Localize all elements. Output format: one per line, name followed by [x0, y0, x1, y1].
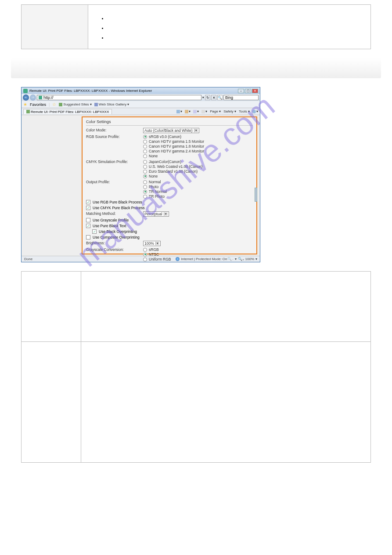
chevron-down-icon: ▾ — [194, 129, 198, 132]
back-button[interactable]: ← — [23, 94, 29, 101]
chk-pure-black-text-row: Use Pure Black Text — [86, 224, 253, 228]
home-button[interactable]: ▾ — [176, 109, 182, 113]
radio-rgb-srgb[interactable] — [143, 135, 147, 139]
section-divider-bar — [11, 58, 381, 78]
chevron-down-icon: ▾ — [164, 212, 168, 216]
refresh-button[interactable]: ↻ — [205, 95, 210, 100]
chk-rgb-pure-black[interactable] — [86, 200, 90, 204]
page-menu[interactable]: Page ▾ — [210, 109, 221, 113]
forward-button[interactable]: → — [30, 94, 36, 101]
color-mode-label: Color Mode: — [86, 128, 143, 133]
tab-favicon — [26, 110, 30, 113]
radio-rgb-none[interactable] — [143, 154, 147, 158]
brightness-dropdown[interactable]: 100%▾ — [143, 241, 161, 246]
radio-out-trphoto[interactable] — [143, 195, 147, 199]
search-box[interactable]: Bing — [223, 95, 259, 100]
matching-method-label: Matching Method: — [86, 211, 143, 217]
zoom-dropdown-icon[interactable]: ▾ — [255, 257, 257, 261]
radio-cmyk-none[interactable] — [143, 174, 147, 178]
radio-out-trnormal[interactable] — [143, 190, 147, 194]
radio-rgb-hdtv15[interactable] — [143, 140, 147, 144]
output-profile-group: Normal Photo TR Normal TR Photo — [143, 180, 253, 199]
radio-gray-ntsc[interactable] — [143, 253, 147, 257]
titlebar: Remote UI: Print PDF Files: LBPXXXX: LBP… — [22, 87, 260, 94]
safety-menu[interactable]: Safety ▾ — [223, 109, 236, 113]
chk-cmyk-pure-black-row: Use CMYK Pure Black Process — [86, 206, 253, 210]
radio-cmyk-euro[interactable] — [143, 170, 147, 174]
minimize-button[interactable]: – — [238, 89, 244, 93]
tools-menu[interactable]: Tools ▾ — [239, 109, 250, 113]
search-provider-button[interactable]: 🔍 — [217, 95, 223, 100]
favorites-bar: ★ Favorites | ☆ Suggested Sites ▾ Web Sl… — [22, 101, 260, 108]
bullet-item — [108, 35, 364, 38]
bullet-item — [108, 25, 364, 29]
link-icon — [59, 103, 62, 106]
url-text: http:// — [43, 95, 54, 100]
address-bar[interactable]: http:// — [37, 95, 201, 100]
chk-rgb-pure-black-row: Use RGB Pure Black Process — [86, 200, 253, 204]
chk-composite-overprint-row: Use Composite Overprinting — [86, 235, 253, 239]
suggested-sites-link[interactable]: Suggested Sites ▾ — [59, 102, 91, 106]
left-navigation-pane — [22, 115, 82, 256]
radio-rgb-hdtv18[interactable] — [143, 145, 147, 149]
chk-black-overprint[interactable] — [92, 229, 97, 234]
mail-button[interactable]: ▾ — [193, 109, 199, 113]
rgb-source-profile-group: sRGB v3.0 (Canon) Canon HDTV gamma 1.5 M… — [143, 134, 253, 158]
scrollbar-thumb[interactable] — [255, 188, 257, 202]
favorites-star-icon[interactable]: ★ — [23, 102, 27, 107]
favorites-label[interactable]: Favorites — [30, 102, 46, 107]
chk-grayscale-profile-row: Use Grayscale Profile — [86, 218, 253, 222]
nav-toolbar: ← → http:// ▾ ↻ ✕ 🔍 Bing — [22, 94, 260, 101]
tab-title: Remote UI: Print PDF Files: LBPXXXX: LBP… — [31, 110, 109, 114]
radio-gray-uniform[interactable] — [143, 258, 147, 261]
color-settings-panel: Color Settings Color Mode: Auto (Color/B… — [82, 116, 257, 254]
site-icon — [39, 96, 42, 99]
help-button[interactable]: ▾ — [252, 109, 258, 113]
output-profile-label: Output Profile: — [86, 180, 143, 199]
rgb-source-profile-label: RGB Source Profile: — [86, 134, 143, 158]
radio-cmyk-japan[interactable] — [143, 160, 147, 164]
close-button[interactable]: ✕ — [252, 89, 258, 93]
chk-cmyk-pure-black[interactable] — [86, 206, 90, 210]
web-slice-link[interactable]: Web Slice Gallery ▾ — [94, 102, 129, 106]
chk-composite-overprint[interactable] — [86, 235, 90, 239]
maximize-button[interactable]: ▢ — [245, 89, 251, 93]
add-favorite-icon[interactable]: ☆ — [52, 102, 56, 107]
grayscale-conv-label: Grayscale Conversion: — [86, 247, 143, 261]
cmyk-sim-profile-label: CMYK Simulation Profile: — [86, 160, 143, 178]
link-icon — [94, 103, 98, 106]
bullet-list — [108, 15, 364, 38]
bullet-item — [108, 15, 364, 19]
grayscale-conv-group: sRGB NTSC Uniform RGB — [143, 247, 253, 261]
browser-window: Remote UI: Print PDF Files: LBPXXXX: LBP… — [21, 87, 260, 262]
cmyk-sim-profile-group: JapanColor(Canon) U.S. Web Coated v1.00 … — [143, 160, 253, 178]
radio-rgb-hdtv24[interactable] — [143, 149, 147, 153]
tab-bar: Remote UI: Print PDF Files: LBPXXXX: LBP… — [22, 108, 260, 115]
brightness-label: Brightness: — [86, 241, 143, 246]
radio-out-photo[interactable] — [143, 185, 147, 189]
zoom-out-icon[interactable]: 🔍₋ — [227, 257, 234, 261]
panel-title: Color Settings — [86, 118, 253, 126]
search-engine-label: Bing — [225, 95, 233, 100]
app-icon — [23, 89, 28, 93]
radio-out-normal[interactable] — [143, 180, 147, 184]
stop-button[interactable]: ✕ — [211, 95, 216, 100]
chk-black-overprint-row: Use Black Overprinting — [92, 229, 253, 234]
window-title: Remote UI: Print PDF Files: LBPXXXX: LBP… — [29, 89, 238, 93]
top-info-table — [21, 4, 371, 49]
chk-grayscale-profile[interactable] — [86, 218, 90, 222]
color-mode-dropdown[interactable]: Auto (Color/Black and White)▾ — [143, 128, 199, 133]
matching-method-dropdown[interactable]: Perceptual▾ — [143, 211, 169, 217]
print-button[interactable]: ▾ — [201, 109, 207, 113]
chevron-down-icon: ▾ — [155, 242, 159, 245]
radio-cmyk-usweb[interactable] — [143, 165, 147, 169]
bottom-info-table — [21, 271, 371, 463]
browser-tab[interactable]: Remote UI: Print PDF Files: LBPXXXX: LBP… — [23, 109, 112, 114]
radio-gray-srgb[interactable] — [143, 248, 147, 252]
feeds-button[interactable]: ▾ — [185, 109, 191, 113]
page-content: Color Settings Color Mode: Auto (Color/B… — [22, 115, 260, 256]
chk-pure-black-text[interactable] — [86, 224, 90, 228]
